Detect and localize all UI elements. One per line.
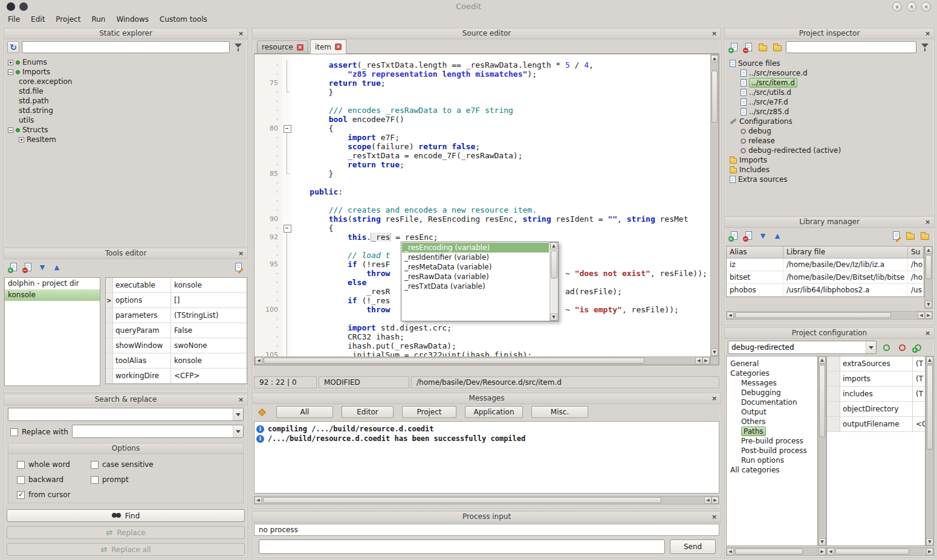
- scroll-track[interactable]: [925, 254, 932, 301]
- inspector-tree-item[interactable]: debug-redirected (active): [726, 146, 933, 155]
- scroll-left-icon[interactable]: [695, 357, 702, 364]
- close-icon[interactable]: [237, 30, 245, 37]
- scroll-left-icon[interactable]: [727, 548, 734, 555]
- completion-item[interactable]: _resIdentifier (variable): [402, 253, 549, 262]
- scroll-thumb[interactable]: [551, 251, 557, 278]
- option-prompt[interactable]: prompt: [91, 475, 243, 484]
- scroll-right-icon[interactable]: [819, 548, 826, 555]
- menu-item-project[interactable]: Project: [50, 14, 86, 25]
- static-tree-item[interactable]: core.exception: [4, 77, 247, 86]
- scroll-track[interactable]: [734, 548, 819, 555]
- filter-project-button[interactable]: Project: [402, 406, 456, 418]
- scroll-up-icon[interactable]: [550, 242, 557, 249]
- scroll-left-icon[interactable]: [704, 497, 712, 504]
- config-category[interactable]: Messages: [727, 378, 817, 388]
- fold-collapse-icon[interactable]: [282, 224, 291, 233]
- move-library-up-button[interactable]: [771, 230, 783, 242]
- scroll-track[interactable]: [819, 364, 826, 538]
- menu-item-custom-tools[interactable]: Custom tools: [154, 14, 213, 25]
- config-category[interactable]: Output: [727, 407, 817, 417]
- config-category[interactable]: Categories: [727, 369, 817, 378]
- replace-button[interactable]: Replace: [7, 526, 245, 539]
- edit-tool-button[interactable]: [232, 261, 244, 273]
- dropdown-icon[interactable]: [233, 408, 243, 420]
- move-tool-down-button[interactable]: [36, 261, 48, 273]
- property-value[interactable]: [913, 402, 925, 416]
- scroll-up-icon[interactable]: [711, 55, 718, 62]
- inspector-tree-item[interactable]: debug: [726, 126, 933, 136]
- checkbox-icon[interactable]: [91, 476, 99, 484]
- property-value[interactable]: <C: [913, 417, 925, 431]
- config-category[interactable]: Documentation: [727, 397, 817, 407]
- config-category[interactable]: Paths: [727, 426, 817, 436]
- move-library-down-button[interactable]: [757, 230, 769, 242]
- scroll-down-icon[interactable]: [711, 349, 718, 356]
- inspector-tree-item[interactable]: ../src/resource.d: [726, 68, 933, 78]
- filter-application-button[interactable]: Application: [465, 406, 523, 418]
- send-button[interactable]: Send: [670, 539, 716, 554]
- filter-editor-button[interactable]: Editor: [342, 406, 394, 418]
- edit-library-button[interactable]: [890, 230, 902, 242]
- scroll-right-icon[interactable]: [712, 497, 719, 504]
- checkbox-icon[interactable]: [91, 461, 99, 469]
- config-category[interactable]: General: [727, 359, 817, 369]
- scroll-left-icon[interactable]: [918, 312, 925, 319]
- config-category[interactable]: Debugging: [727, 388, 817, 397]
- scroll-track[interactable]: [711, 62, 718, 349]
- inspector-tree-item[interactable]: ../src/z85.d: [726, 107, 933, 117]
- inspector-tree-item[interactable]: Imports: [726, 155, 933, 165]
- library-vscrollbar[interactable]: [924, 246, 933, 309]
- static-tree-item[interactable]: Imports: [4, 67, 247, 77]
- property-value[interactable]: konsole: [171, 353, 247, 368]
- menu-item-edit[interactable]: Edit: [25, 14, 50, 25]
- scroll-thumb[interactable]: [735, 549, 803, 555]
- checkbox-icon[interactable]: [17, 461, 25, 469]
- properties-vscrollbar[interactable]: [926, 356, 934, 546]
- fold-collapse-icon[interactable]: [282, 124, 291, 133]
- property-value[interactable]: <CFP>: [171, 369, 247, 383]
- property-value[interactable]: konsole: [171, 278, 247, 292]
- scroll-down-icon[interactable]: [925, 301, 932, 308]
- scroll-up-icon[interactable]: [926, 356, 933, 364]
- properties-hscrollbar[interactable]: [826, 547, 934, 556]
- tool-list-item[interactable]: konsole: [5, 289, 100, 301]
- editor-hscrollbar[interactable]: [255, 356, 710, 365]
- scroll-thumb[interactable]: [927, 365, 933, 449]
- config-category[interactable]: Post-build process: [727, 446, 817, 455]
- close-icon[interactable]: [710, 394, 718, 402]
- editor-vscrollbar[interactable]: [710, 54, 719, 356]
- inspector-tree-item[interactable]: ../src/e7F.d: [726, 97, 933, 107]
- scroll-thumb[interactable]: [819, 365, 825, 437]
- filter-misc-button[interactable]: Misc.: [531, 406, 588, 418]
- inspector-tree-item[interactable]: Source files: [726, 59, 933, 68]
- inspector-tree-item[interactable]: release: [726, 136, 933, 146]
- tab-item[interactable]: item: [310, 39, 346, 54]
- delete-config-button[interactable]: [896, 341, 908, 353]
- add-config-button[interactable]: [912, 341, 924, 353]
- collapse-icon[interactable]: [8, 69, 13, 75]
- library-row[interactable]: phobos/usr/lib64/libphobos2.a/us: [727, 284, 924, 297]
- checkbox-icon[interactable]: [17, 476, 25, 484]
- completion-item[interactable]: _resEncoding (variable): [402, 243, 549, 253]
- scroll-up-icon[interactable]: [925, 246, 932, 254]
- static-tree-item[interactable]: std.string: [4, 106, 247, 115]
- scroll-track[interactable]: [734, 312, 918, 319]
- menu-item-file[interactable]: File: [2, 14, 25, 25]
- inspector-tree-item[interactable]: Extra sources: [726, 175, 933, 184]
- static-tree-item[interactable]: Structs: [4, 125, 247, 135]
- configuration-select[interactable]: [728, 341, 866, 353]
- scroll-up-icon[interactable]: [819, 356, 826, 364]
- replace-all-button[interactable]: Replace all: [7, 543, 245, 556]
- scroll-thumb[interactable]: [712, 71, 718, 123]
- menu-item-windows[interactable]: Windows: [111, 14, 154, 25]
- scroll-right-icon[interactable]: [926, 548, 933, 555]
- close-icon[interactable]: [924, 329, 932, 337]
- tab-close-icon[interactable]: [335, 43, 342, 50]
- add-folder-button[interactable]: [757, 41, 769, 53]
- tool-list-item[interactable]: dolphin - project dir: [5, 278, 100, 289]
- menu-item-run[interactable]: Run: [86, 14, 111, 25]
- remove-library-button[interactable]: [742, 230, 754, 242]
- scroll-down-icon[interactable]: [550, 314, 557, 321]
- scroll-left-icon[interactable]: [727, 312, 734, 319]
- maximize-button[interactable]: ∧: [907, 2, 916, 11]
